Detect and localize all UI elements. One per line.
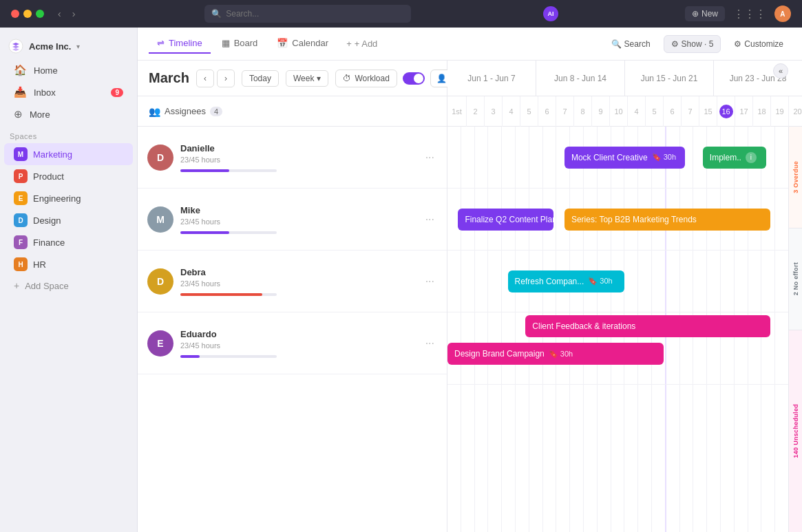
day-cell: 17 xyxy=(735,96,753,127)
new-button[interactable]: ⊕ New xyxy=(685,6,725,21)
sidebar-item-home[interactable]: 🏠 Home xyxy=(4,59,133,81)
day-cell: 10 xyxy=(610,96,628,127)
gantt-bar-refresh[interactable]: Refresh Compan... 🔖 30h xyxy=(508,270,625,292)
title-right-controls: ⊕ New ⋮⋮⋮ A xyxy=(685,6,791,22)
gantt-bar-series-b2b[interactable]: Series: Top B2B Marketing Trends xyxy=(564,209,770,231)
assignees-count: 4 xyxy=(210,107,222,116)
days-row: 1st 2 3 4 5 6 7 8 9 10 4 5 6 xyxy=(447,96,802,127)
row-more-button[interactable]: ··· xyxy=(423,149,437,167)
close-button[interactable] xyxy=(11,10,19,18)
gantt-row-3: Client Feedback & iterations Design Bran… xyxy=(447,312,802,385)
space-label: Design xyxy=(33,215,61,226)
chevron-down-icon: ▾ xyxy=(317,74,321,83)
sidebar-item-marketing[interactable]: M Marketing xyxy=(4,143,133,165)
sidebar-item-engineering[interactable]: E Engineering xyxy=(4,187,133,209)
sidebar-item-inbox[interactable]: 📥 Inbox 9 xyxy=(4,81,133,103)
bar-label: Client Feedback & iterations xyxy=(532,321,635,331)
gantt-row-1: Finalize Q2 Content Plan Series: Top B2B… xyxy=(447,189,802,251)
plus-icon: ⊕ xyxy=(692,9,699,19)
sidebar-item-label: Home xyxy=(34,65,58,76)
sidebar-item-product[interactable]: P Product xyxy=(4,165,133,187)
gantt-row-2: Refresh Compan... 🔖 30h xyxy=(447,251,802,312)
assignees-header: 👥 Assignees 4 xyxy=(138,96,447,127)
tab-timeline[interactable]: ⇌ Timeline xyxy=(149,34,211,54)
sidebar-item-more[interactable]: ⊕ More xyxy=(4,103,133,125)
gantt-bar-finalize-q2[interactable]: Finalize Q2 Content Plan xyxy=(458,209,553,231)
customize-button[interactable]: ⚙ Customize xyxy=(726,35,791,53)
no-effort-label-section[interactable]: 2 No effort xyxy=(789,228,802,330)
gantt-bar-mock-client[interactable]: Mock Client Creative 🔖 30h xyxy=(564,147,685,169)
search-button[interactable]: 🔍 Search xyxy=(604,35,658,53)
day-cell-today: 16 xyxy=(717,96,735,127)
assignee-row-debra: D Debra 23/45 hours ··· xyxy=(138,251,447,312)
customize-icon: ⚙ xyxy=(734,39,741,49)
assignee-info-eduardo: Eduardo 23/45 hours xyxy=(180,329,416,358)
workspace-name: Acme Inc. xyxy=(29,41,71,52)
gantt-bar-implement[interactable]: Implem.. i xyxy=(703,147,767,169)
day-cell: 5 xyxy=(520,96,538,127)
minimize-button[interactable] xyxy=(23,10,32,18)
assignee-name: Mike xyxy=(180,205,416,215)
ai-badge[interactable]: AI xyxy=(543,6,558,21)
progress-bar xyxy=(180,169,277,172)
day-cell: 15 xyxy=(699,96,717,127)
main-content: ⇌ Timeline ▦ Board 📅 Calendar + + Add xyxy=(138,28,802,532)
next-arrow[interactable]: › xyxy=(217,70,235,87)
workspace-header[interactable]: Acme Inc. ▾ xyxy=(0,33,137,59)
assignee-info-debra: Debra 23/45 hours xyxy=(180,267,416,296)
no-effort-label: 2 No effort xyxy=(792,262,799,295)
forward-button[interactable]: › xyxy=(70,7,78,21)
collapse-button[interactable]: « xyxy=(773,63,788,78)
gantt-bar-design-brand[interactable]: Design Brand Campaign 🔖 30h xyxy=(447,343,664,365)
workload-toggle[interactable] xyxy=(403,72,425,85)
tab-label: Timeline xyxy=(169,38,202,48)
row-more-button[interactable]: ··· xyxy=(423,273,437,290)
toggle-knob xyxy=(414,74,423,83)
row-more-button[interactable]: ··· xyxy=(423,334,437,352)
bar-label: Mock Client Creative xyxy=(571,153,648,162)
gantt-bar-client-feedback[interactable]: Client Feedback & iterations xyxy=(525,315,770,337)
grid-icon[interactable]: ⋮⋮⋮ xyxy=(733,8,766,21)
avatar-danielle: D xyxy=(147,145,173,171)
day-cell: 20 xyxy=(789,96,802,127)
overdue-label-section[interactable]: 3 Overdue xyxy=(789,127,802,228)
back-button[interactable]: ‹ xyxy=(55,7,64,21)
prev-arrow[interactable]: ‹ xyxy=(196,70,214,87)
assignee-hours: 23/45 hours xyxy=(180,279,416,288)
chevron-down-icon: ▾ xyxy=(76,43,80,50)
assignees-icon: 👥 xyxy=(149,106,160,117)
inbox-badge: 9 xyxy=(111,88,123,97)
assignee-hours: 23/45 hours xyxy=(180,217,416,226)
timeline-header: March ‹ › Today Week ▾ ⏱ xyxy=(138,61,447,96)
week-dropdown[interactable]: Week ▾ xyxy=(286,70,328,87)
day-cell: 7 xyxy=(682,96,699,127)
timeline-icon: ⇌ xyxy=(157,38,165,48)
bar-label: Implem.. xyxy=(710,153,741,162)
gantt-row-0: Mock Client Creative 🔖 30h Implem.. i xyxy=(447,127,802,189)
add-view-button[interactable]: + + Add xyxy=(339,34,384,53)
global-search-bar[interactable]: 🔍 xyxy=(204,5,411,23)
search-input[interactable] xyxy=(226,9,404,19)
space-label: Product xyxy=(33,171,64,182)
timeline-left-panel: March ‹ › Today Week ▾ ⏱ xyxy=(138,61,447,532)
sidebar-item-hr[interactable]: H HR xyxy=(4,253,133,275)
add-space-button[interactable]: + Add Space xyxy=(4,275,133,296)
sidebar-item-design[interactable]: D Design xyxy=(4,209,133,231)
maximize-button[interactable] xyxy=(36,10,44,18)
tab-board[interactable]: ▦ Board xyxy=(213,34,266,54)
show-button[interactable]: ⚙ Show · 5 xyxy=(664,35,721,53)
sidebar-item-finance[interactable]: F Finance xyxy=(4,231,133,253)
workload-button[interactable]: ⏱ Workload xyxy=(335,70,397,87)
date-range-1: Jun 1 - Jun 7 xyxy=(447,61,536,96)
space-dot-hr: H xyxy=(14,257,28,271)
avatar-mike: M xyxy=(147,206,173,233)
assignee-name: Eduardo xyxy=(180,329,416,339)
row-more-button[interactable]: ··· xyxy=(423,211,437,228)
gantt-body: Mock Client Creative 🔖 30h Implem.. i xyxy=(447,127,802,532)
unscheduled-label-section[interactable]: 140 Unscheduled xyxy=(789,330,802,533)
today-button[interactable]: Today xyxy=(242,70,279,87)
board-icon: ▦ xyxy=(222,38,230,48)
bar-label: Design Brand Campaign xyxy=(454,349,545,359)
tab-calendar[interactable]: 📅 Calendar xyxy=(268,34,337,54)
user-avatar[interactable]: A xyxy=(774,6,791,22)
